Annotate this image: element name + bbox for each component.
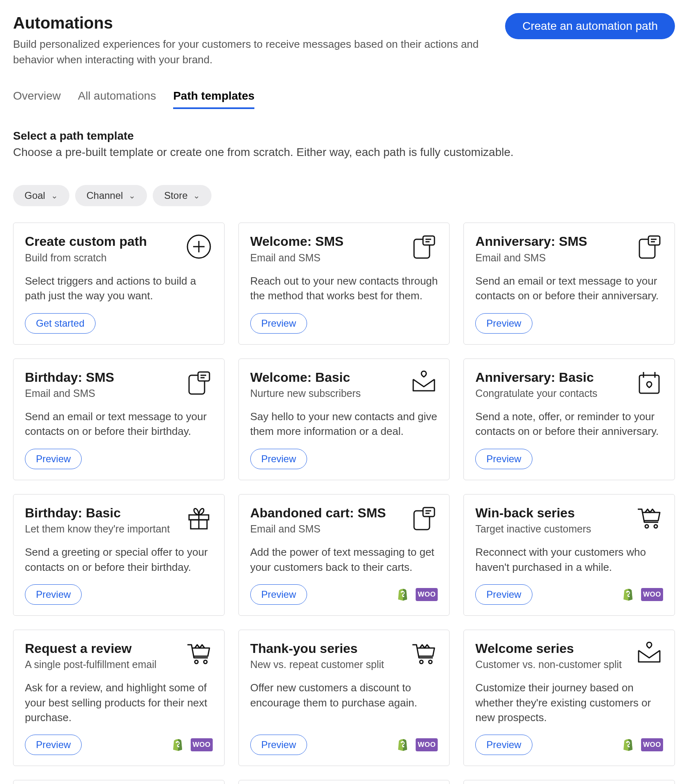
card-title: Birthday: Basic	[25, 505, 170, 521]
sms-icon	[185, 370, 213, 397]
card-subtitle: Congratulate your contacts	[475, 388, 597, 399]
template-card: Request a review A single post-fulfillme…	[13, 630, 225, 766]
preview-button[interactable]: Preview	[250, 449, 307, 469]
card-subtitle: Build from scratch	[25, 252, 147, 264]
create-automation-button[interactable]: Create an automation path	[505, 13, 675, 39]
preview-button[interactable]: Preview	[250, 735, 307, 755]
svg-rect-4	[423, 236, 434, 245]
integrations: WOO	[397, 738, 438, 751]
card-description: Send an email or text message to your co…	[25, 409, 213, 439]
filter-goal[interactable]: Goal⌄	[13, 185, 69, 206]
template-card: Abandoned cart: Location Domestic vs. in…	[13, 780, 225, 784]
svg-rect-12	[198, 372, 209, 381]
card-title: Thank-you series	[250, 641, 384, 656]
integrations: WOO	[172, 738, 213, 751]
chevron-down-icon: ⌄	[129, 191, 136, 200]
card-subtitle: Email and SMS	[25, 388, 114, 399]
envelope-heart-icon	[410, 370, 438, 397]
page-description: Build personalized experiences for your …	[13, 37, 489, 67]
preview-button[interactable]: Preview	[475, 449, 532, 469]
card-description: Offer new customers a discount to encour…	[250, 680, 438, 725]
chevron-down-icon: ⌄	[51, 191, 58, 200]
card-subtitle: New vs. repeat customer split	[250, 659, 384, 670]
sms-icon	[635, 234, 663, 261]
card-subtitle: Email and SMS	[475, 252, 587, 264]
woo-badge: WOO	[641, 738, 663, 751]
calendar-heart-icon	[635, 370, 663, 397]
card-description: Add the power of text messaging to get y…	[250, 545, 438, 575]
card-title: Anniversary: SMS	[475, 234, 587, 249]
preview-button[interactable]: Preview	[250, 313, 307, 334]
chevron-down-icon: ⌄	[193, 191, 200, 200]
svg-rect-22	[423, 508, 434, 517]
svg-point-26	[654, 525, 657, 528]
shopify-badge	[622, 738, 635, 751]
shopify-badge	[622, 588, 635, 601]
svg-rect-15	[639, 375, 659, 393]
preview-button[interactable]: Preview	[250, 584, 307, 605]
template-card: Abandoned cart: Basic Standard path Send…	[463, 780, 675, 784]
card-subtitle: Nurture new subscribers	[250, 388, 361, 399]
tabs: OverviewAll automationsPath templates	[13, 89, 675, 109]
shopify-badge	[397, 588, 409, 601]
svg-point-29	[420, 660, 423, 664]
card-title: Abandoned cart: SMS	[250, 505, 386, 521]
svg-point-28	[204, 660, 207, 664]
card-description: Customize their journey based on whether…	[475, 680, 663, 725]
card-title: Request a review	[25, 641, 156, 656]
sms-icon	[410, 505, 438, 533]
template-card: Abandoned cart: SMS Email and SMS Add th…	[238, 494, 450, 616]
integrations: WOO	[622, 738, 663, 751]
card-description: Say hello to your new contacts and give …	[250, 409, 438, 439]
preview-button[interactable]: Preview	[25, 449, 82, 469]
tab-overview[interactable]: Overview	[13, 89, 61, 109]
template-card: Welcome: Basic Nurture new subscribers S…	[238, 359, 450, 480]
preview-button[interactable]: Preview	[475, 584, 532, 605]
get-started-button[interactable]: Get started	[25, 313, 96, 334]
card-subtitle: Email and SMS	[250, 252, 344, 264]
integrations: WOO	[397, 588, 438, 601]
card-description: Select triggers and actions to build a p…	[25, 274, 213, 303]
card-description: Send an email or text message to your co…	[475, 274, 663, 303]
template-card: Birthday: Basic Let them know they're im…	[13, 494, 225, 616]
svg-point-30	[429, 660, 432, 664]
svg-point-27	[195, 660, 198, 664]
template-card: Welcome: SMS Email and SMS Reach out to …	[238, 223, 450, 344]
card-subtitle: Let them know they're important	[25, 523, 170, 535]
template-card: Abandoned cart: Value High-value vs. low…	[238, 780, 450, 784]
card-description: Reach out to your new contacts through t…	[250, 274, 438, 303]
filter-label: Goal	[24, 190, 45, 201]
card-description: Ask for a review, and highlight some of …	[25, 680, 213, 725]
card-title: Anniversary: Basic	[475, 370, 597, 385]
woo-badge: WOO	[641, 588, 663, 601]
card-description: Reconnect with your customers who haven'…	[475, 545, 663, 575]
template-card: Welcome series Customer vs. non-customer…	[463, 630, 675, 766]
filter-label: Store	[164, 190, 187, 201]
cart-icon	[410, 641, 438, 668]
card-description: Send a greeting or special offer to your…	[25, 545, 213, 575]
tab-path-templates[interactable]: Path templates	[173, 89, 254, 109]
woo-badge: WOO	[416, 738, 438, 751]
woo-badge: WOO	[191, 738, 213, 751]
shopify-badge	[172, 738, 184, 751]
woo-badge: WOO	[416, 588, 438, 601]
svg-point-25	[645, 525, 648, 528]
cart-icon	[185, 641, 213, 668]
template-card: Birthday: SMS Email and SMS Send an emai…	[13, 359, 225, 480]
preview-button[interactable]: Preview	[475, 735, 532, 755]
card-title: Win-back series	[475, 505, 591, 521]
section-heading: Select a path template	[13, 129, 675, 143]
preview-button[interactable]: Preview	[25, 584, 82, 605]
tab-all-automations[interactable]: All automations	[78, 89, 156, 109]
card-title: Welcome: Basic	[250, 370, 361, 385]
integrations: WOO	[622, 588, 663, 601]
template-card: Win-back series Target inactive customer…	[463, 494, 675, 616]
template-grid: Create custom path Build from scratch Se…	[13, 223, 675, 784]
preview-button[interactable]: Preview	[25, 735, 82, 755]
card-subtitle: Email and SMS	[250, 523, 386, 535]
filter-channel[interactable]: Channel⌄	[75, 185, 147, 206]
shopify-badge	[397, 738, 409, 751]
filter-label: Channel	[87, 190, 123, 201]
filter-store[interactable]: Store⌄	[153, 185, 212, 206]
preview-button[interactable]: Preview	[475, 313, 532, 334]
